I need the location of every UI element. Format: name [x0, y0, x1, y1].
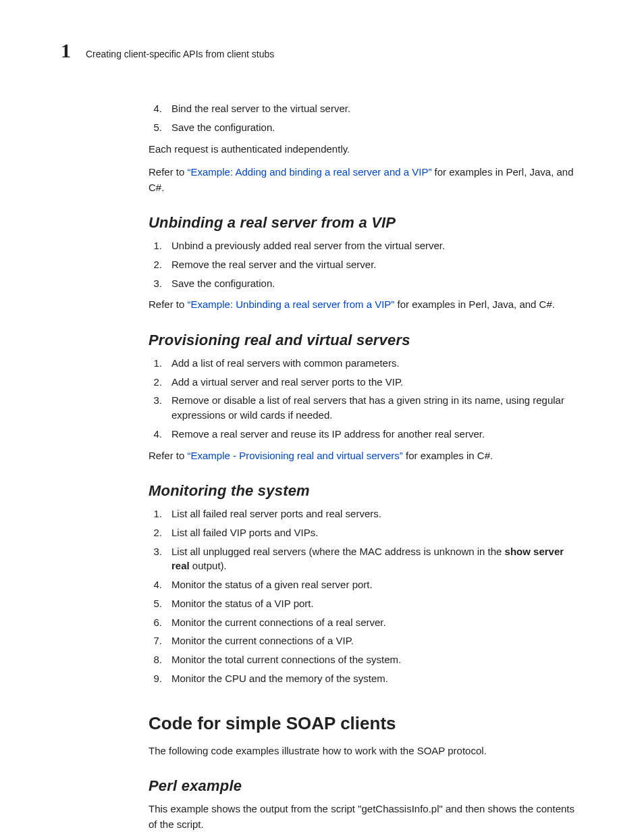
- intro-paragraph: Each request is authenticated independen…: [149, 142, 583, 157]
- list-text: Unbind a previously added real server fr…: [171, 238, 445, 253]
- list-item: 2. Remove the real server and the virtua…: [149, 257, 583, 272]
- page-header: 1 Creating client-specific APIs from cli…: [61, 41, 583, 61]
- list-number: 3.: [149, 276, 162, 291]
- list-number: 5.: [149, 596, 162, 611]
- list-item: 3. Remove or disable a list of real serv…: [149, 393, 583, 423]
- list-text: Monitor the current connections of a VIP…: [171, 633, 354, 648]
- list-item: 6. Monitor the current connections of a …: [149, 615, 583, 630]
- unbind-refer: Refer to “Example: Unbinding a real serv…: [149, 297, 583, 313]
- list-item: 2. Add a virtual server and real server …: [149, 375, 583, 390]
- list-text: Bind the real server to the virtual serv…: [171, 101, 350, 116]
- list-text: List all failed VIP ports and VIPs.: [171, 525, 318, 540]
- example-link-provisioning[interactable]: “Example - Provisioning real and virtual…: [188, 450, 403, 461]
- list-number: 4.: [149, 577, 162, 592]
- list-item: 7. Monitor the current connections of a …: [149, 633, 583, 648]
- list-number: 3.: [149, 544, 162, 574]
- heading-provisioning: Provisioning real and virtual servers: [149, 332, 583, 349]
- refer-pre: Refer to: [149, 166, 188, 178]
- list-number: 1.: [149, 356, 162, 371]
- list-number: 2.: [149, 257, 162, 272]
- list-item: 4. Remove a real server and reuse its IP…: [149, 427, 583, 442]
- provision-list: 1. Add a list of real servers with commo…: [149, 356, 583, 442]
- provision-refer: Refer to “Example - Provisioning real an…: [149, 448, 583, 464]
- unbind-list: 1. Unbind a previously added real server…: [149, 238, 583, 290]
- heading-soap-clients: Code for simple SOAP clients: [149, 713, 583, 734]
- list-text: Monitor the CPU and the memory of the sy…: [171, 671, 388, 686]
- list-item: 3. Save the configuration.: [149, 276, 583, 291]
- list-text: List all failed real server ports and re…: [171, 506, 381, 521]
- main-content: 4. Bind the real server to the virtual s…: [149, 101, 583, 832]
- monitor-list: 1. List all failed real server ports and…: [149, 506, 583, 686]
- list-text: Monitor the total current connections of…: [171, 652, 401, 667]
- heading-monitoring: Monitoring the system: [149, 482, 583, 500]
- list-number: 1.: [149, 238, 162, 253]
- list-item: 9. Monitor the CPU and the memory of the…: [149, 671, 583, 686]
- refer-pre: Refer to: [149, 298, 188, 310]
- list-number: 9.: [149, 671, 162, 686]
- intro-list: 4. Bind the real server to the virtual s…: [149, 101, 583, 135]
- list-number: 4.: [149, 427, 162, 442]
- list-number: 3.: [149, 393, 162, 423]
- example-link-unbinding[interactable]: “Example: Unbinding a real server from a…: [188, 298, 395, 310]
- list-item: 8. Monitor the total current connections…: [149, 652, 583, 667]
- list-number: 5.: [149, 120, 162, 135]
- list-text: Remove the real server and the virtual s…: [171, 257, 376, 272]
- list-text: Monitor the status of a given real serve…: [171, 577, 373, 592]
- list-item: 4. Monitor the status of a given real se…: [149, 577, 583, 592]
- list-text: Remove a real server and reuse its IP ad…: [171, 427, 485, 442]
- list-number: 7.: [149, 633, 162, 648]
- list-text: Monitor the status of a VIP port.: [171, 596, 314, 611]
- heading-unbinding: Unbinding a real server from a VIP: [149, 214, 583, 232]
- soap-intro: The following code examples illustrate h…: [149, 744, 583, 759]
- chapter-number: 1: [61, 41, 71, 61]
- list-number: 8.: [149, 652, 162, 667]
- list-item: 1. Add a list of real servers with commo…: [149, 356, 583, 371]
- list-text: Remove or disable a list of real servers…: [171, 393, 583, 423]
- page-header-title: Creating client-specific APIs from clien…: [86, 49, 274, 59]
- list-item: 2. List all failed VIP ports and VIPs.: [149, 525, 583, 540]
- page: 1 Creating client-specific APIs from cli…: [0, 0, 644, 834]
- intro-refer: Refer to “Example: Adding and binding a …: [149, 165, 583, 195]
- list-item: 1. List all failed real server ports and…: [149, 506, 583, 521]
- list-number: 2.: [149, 375, 162, 390]
- list-number: 4.: [149, 101, 162, 116]
- refer-post: for examples in C#.: [403, 450, 493, 461]
- list-text: Monitor the current connections of a rea…: [171, 615, 386, 630]
- list-number: 1.: [149, 506, 162, 521]
- list-text: Save the configuration.: [171, 120, 275, 135]
- list-number: 2.: [149, 525, 162, 540]
- list-text: Add a list of real servers with common p…: [171, 356, 400, 371]
- list-item: 4. Bind the real server to the virtual s…: [149, 101, 583, 116]
- list-number: 6.: [149, 615, 162, 630]
- list-item: 5. Save the configuration.: [149, 120, 583, 135]
- list-text: Add a virtual server and real server por…: [171, 375, 403, 390]
- list-item: 1. Unbind a previously added real server…: [149, 238, 583, 253]
- example-link-adding-binding[interactable]: “Example: Adding and binding a real serv…: [188, 166, 432, 178]
- heading-perl-example: Perl example: [149, 777, 583, 795]
- list-item: 5. Monitor the status of a VIP port.: [149, 596, 583, 611]
- refer-post: for examples in Perl, Java, and C#.: [394, 298, 555, 310]
- refer-pre: Refer to: [149, 450, 188, 461]
- perl-body: This example shows the output from the s…: [149, 802, 583, 832]
- list-text: List all unplugged real servers (where t…: [171, 544, 583, 574]
- list-item: 3. List all unplugged real servers (wher…: [149, 544, 583, 574]
- list-text: Save the configuration.: [171, 276, 275, 291]
